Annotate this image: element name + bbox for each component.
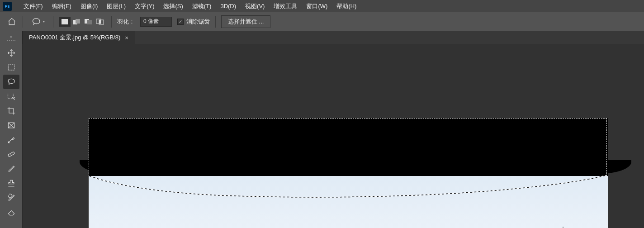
menu-edit[interactable]: 编辑(E) (47, 0, 76, 12)
quick-select-icon (7, 92, 16, 101)
stamp-tool[interactable] (3, 176, 19, 190)
crop-icon (7, 106, 16, 115)
eraser-tool[interactable] (3, 205, 19, 219)
menu-layer[interactable]: 图层(L) (102, 0, 130, 12)
eyedropper-tool[interactable] (3, 133, 19, 147)
document-tab[interactable]: PANO0001 全景.jpg @ 5%(RGB/8) × (23, 31, 135, 44)
checkbox-checked-icon: ✓ (177, 19, 184, 25)
tools-panel (0, 44, 23, 228)
move-tool[interactable] (3, 46, 19, 60)
selection-outline-curve (89, 118, 608, 228)
selection-intersect-icon (96, 19, 104, 25)
brush-icon (7, 164, 16, 173)
crop-tool[interactable] (3, 104, 19, 118)
feather-input[interactable] (140, 17, 172, 27)
options-bar: ▾ 羽化： ✓ 消除锯齿 选择并遮住 ... (0, 12, 644, 31)
svg-point-13 (12, 154, 12, 155)
home-icon (7, 17, 16, 26)
menu-file[interactable]: 文件(F) (19, 0, 47, 12)
panel-collapse-handle[interactable]: » (0, 31, 23, 44)
close-tab-button[interactable]: × (125, 34, 128, 41)
menu-view[interactable]: 视图(V) (241, 0, 269, 12)
brush-tool[interactable] (3, 162, 19, 176)
history-brush-icon (7, 193, 16, 202)
document-tab-bar: » PANO0001 全景.jpg @ 5%(RGB/8) × (0, 31, 644, 44)
frame-tool[interactable] (3, 118, 19, 133)
marquee-icon (7, 63, 16, 72)
selection-add-button[interactable] (71, 17, 82, 27)
svg-rect-2 (76, 19, 80, 24)
chevron-down-icon: ▾ (43, 19, 45, 24)
antialias-checkbox[interactable]: ✓ 消除锯齿 (177, 18, 210, 26)
eyedropper-icon (7, 135, 16, 144)
feather-label: 羽化： (117, 18, 135, 26)
menu-filter[interactable]: 滤镜(T) (188, 0, 216, 12)
selection-subtract-button[interactable] (82, 17, 94, 27)
svg-rect-8 (8, 65, 14, 70)
stamp-icon (7, 179, 16, 188)
svg-point-12 (10, 154, 10, 155)
svg-rect-11 (8, 152, 14, 157)
svg-rect-0 (62, 19, 68, 24)
selection-subtract-icon (84, 19, 92, 25)
menu-3d[interactable]: 3D(D) (216, 1, 241, 11)
menu-bar: Ps 文件(F) 编辑(E) 图像(I) 图层(L) 文字(Y) 选择(S) 滤… (0, 0, 644, 12)
menu-select[interactable]: 选择(S) (159, 0, 187, 12)
history-brush-tool[interactable] (3, 190, 19, 205)
separator (215, 16, 216, 28)
rect-marquee-tool[interactable] (3, 60, 19, 75)
antialias-label: 消除锯齿 (186, 18, 210, 26)
eraser-icon (7, 208, 16, 217)
home-button[interactable] (6, 16, 17, 27)
frame-icon (7, 121, 16, 130)
selection-add-icon (72, 19, 80, 25)
selection-mode-group (59, 17, 106, 27)
selection-new-button[interactable] (59, 17, 71, 27)
document-tab-title: PANO0001 全景.jpg @ 5%(RGB/8) (29, 33, 120, 42)
selection-intersect-button[interactable] (94, 17, 106, 27)
menu-image[interactable]: 图像(I) (76, 0, 102, 12)
bandage-icon (7, 150, 16, 159)
separator (53, 16, 53, 28)
menu-plugins[interactable]: 增效工具 (269, 0, 302, 12)
separator (23, 16, 23, 28)
selection-new-icon (61, 19, 68, 25)
svg-rect-7 (99, 20, 101, 24)
workspace (0, 44, 644, 228)
menu-help[interactable]: 帮助(H) (332, 0, 361, 12)
tool-preset-picker[interactable]: ▾ (28, 17, 47, 27)
svg-rect-4 (87, 20, 92, 24)
quick-select-tool[interactable] (3, 89, 19, 104)
separator (111, 16, 112, 28)
menu-type[interactable]: 文字(Y) (130, 0, 159, 12)
document-image (89, 118, 608, 228)
healing-brush-tool[interactable] (3, 147, 19, 162)
move-icon (7, 48, 16, 57)
lasso-tool[interactable] (3, 75, 19, 89)
app-logo: Ps (3, 2, 12, 11)
select-and-mask-button[interactable]: 选择并遮住 ... (221, 15, 270, 28)
grip-icon (7, 40, 15, 41)
lasso-icon (7, 77, 16, 86)
canvas[interactable] (23, 44, 644, 228)
menu-window[interactable]: 窗口(W) (302, 0, 332, 12)
lasso-icon (31, 18, 41, 26)
chevron-right-icon: » (10, 36, 12, 38)
